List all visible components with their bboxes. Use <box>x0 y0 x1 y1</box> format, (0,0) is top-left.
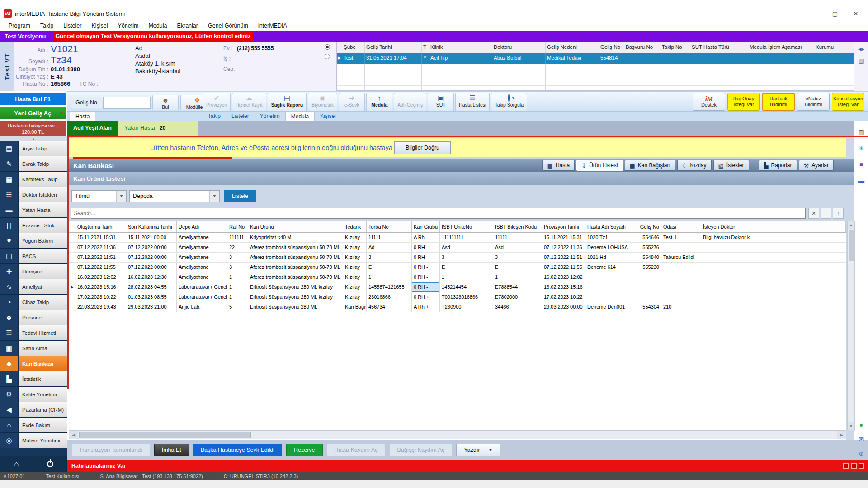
sidebar-item-evde-bakım[interactable]: ⌂Evde Bakım <box>0 418 67 433</box>
grid-col-header[interactable]: ISBT Bileşen Kodu <box>493 221 542 232</box>
yazdır-button[interactable]: Yazdır▼ <box>456 444 500 456</box>
hscroll-thumb[interactable] <box>79 432 251 438</box>
sidebar-item-yatan-hasta[interactable]: ▬Yatan Hasta <box>0 202 67 218</box>
intermedia-support-button[interactable]: iMDestek <box>693 93 725 111</box>
sağlık-raporu-button[interactable]: ▤Sağlık Raporu <box>268 93 307 112</box>
sidebar-item-personel[interactable]: ☻Personel <box>0 310 67 325</box>
horizontal-scrollbar[interactable]: ◀ ▶ <box>69 430 846 439</box>
sidebar-item-kan-bankası[interactable]: ◆Kan Bankası <box>0 356 67 371</box>
başka-hastaneye-sevk-edildi-button[interactable]: Başka Hastaneye Sevk Edildi <box>193 444 282 456</box>
sidebar-item-arşiv-takip[interactable]: ▤Arşiv Takip <box>0 141 67 156</box>
sidebar-item-maliyet-yönetimi[interactable]: ◎Maliyet Yönetimi <box>0 433 67 448</box>
tab-takip[interactable]: Takip <box>203 112 226 122</box>
sut-button[interactable]: ▣SUT <box>428 93 454 112</box>
bed-strip-icon[interactable]: ▬ <box>856 175 867 186</box>
search-up-icon[interactable]: ↑ <box>833 208 844 219</box>
visit-row-selected[interactable]: ▶Test31.05.2021 17:04YAcil TıpAbuz Bülbü… <box>337 53 854 64</box>
tab-listeler[interactable]: Listeler <box>226 112 255 122</box>
menu-medula[interactable]: Medula <box>143 22 172 30</box>
grid-col-header[interactable]: Odası <box>661 221 701 232</box>
tab-hasta[interactable]: Hasta <box>70 112 95 122</box>
i̇stekler-button[interactable]: ▧İstekler <box>713 160 749 171</box>
grid-col-header[interactable]: ISBT ÜniteNo <box>440 221 493 232</box>
e-sevk-button[interactable]: ➔e-Sevk <box>339 93 365 112</box>
grid-col-header[interactable]: Oluşturma Tarihi <box>75 221 126 232</box>
mail-icon[interactable]: ✉ <box>856 434 867 445</box>
globe-icon[interactable]: ⊕ <box>856 448 867 459</box>
scroll-right-icon[interactable]: ▶ <box>837 431 846 439</box>
drug-approval-button[interactable]: İlaç Onayİsteği Var <box>727 93 760 111</box>
grid-col-header[interactable]: Son Kullanma Tarihi <box>126 221 177 232</box>
reminder-bar[interactable]: Hatırlatmalarınız Var <box>67 460 868 472</box>
medula-button[interactable]: ↑Medula <box>366 93 392 112</box>
power-button[interactable] <box>33 456 67 472</box>
grid-col-header[interactable]: Geliş No <box>636 221 661 232</box>
menu-listeler[interactable]: Listeler <box>58 22 86 30</box>
sidebar-item-pacs[interactable]: ▢PACS <box>0 249 67 264</box>
sidebar-item-eczane-stok[interactable]: |||Eczane - Stok <box>0 218 67 233</box>
grid-row[interactable]: ▶16.02.2023 15:1628.02.2023 04:55Laborar… <box>69 282 846 292</box>
kızılay-button[interactable]: ☾Kızılay <box>677 160 712 171</box>
disease-report-button[interactable]: HastalıkBildirimi <box>762 93 795 111</box>
sidebar-item-evrak-takip[interactable]: ✎Evrak Takip <box>0 156 67 172</box>
grid-col-header[interactable]: İsteyen Doktor <box>701 221 755 232</box>
tab-acil-yesil-alan[interactable]: Acil Yeşil Alan <box>67 121 118 136</box>
sparkle-icon[interactable]: ✳ <box>856 143 867 154</box>
grid-row[interactable]: 16.02.2023 12:0216.02.2023 12:30Ameliyat… <box>69 272 846 282</box>
sidebar-item-kalite-yönetimi[interactable]: ⚙Kalite Yönetimi <box>0 387 67 402</box>
grid-row[interactable]: 15.11.2021 15:3115.11.2021 00:00Ameliyat… <box>69 233 846 243</box>
ürün-listesi-button[interactable]: ↧Ürün Listesi <box>576 160 623 171</box>
grid-col-header[interactable]: Torba No <box>367 221 412 232</box>
minimize-button[interactable]: – <box>804 6 825 21</box>
scroll-up-icon[interactable]: ▲ <box>848 221 854 229</box>
listele-button[interactable]: Listele <box>224 190 256 202</box>
provizyon-button[interactable]: ✔Provizyon <box>203 93 231 112</box>
hasta-listesi-button[interactable]: ☰Hasta Listesi <box>455 93 490 112</box>
sidebar-item-doktor-i-stekleri[interactable]: ☷Doktor İstekleri <box>0 187 67 202</box>
sidebar-item-cihaz-takip[interactable]: ◔Cihaz Takip <box>0 295 67 310</box>
list-strip-icon[interactable]: ≡ <box>856 159 867 170</box>
menu-program[interactable]: Program <box>4 22 35 30</box>
home-button[interactable]: ⌂ <box>0 456 33 472</box>
ayarlar-button[interactable]: ⚒Ayarlar <box>799 160 834 171</box>
sidebar-item-yoğun-bakım[interactable]: ♥Yoğun Bakım <box>0 233 67 249</box>
sidebar-item-kartoteks-takip[interactable]: ▦Kartoteks Takip <box>0 172 67 187</box>
new-visit-button[interactable]: Yeni Geliş Aç▼ <box>0 107 66 119</box>
grid-col-header[interactable]: Kan Grubu <box>412 221 440 232</box>
grid-row[interactable]: 07.12.2022 11:5507.12.2022 00:00Ameliyat… <box>69 263 846 272</box>
grid-row[interactable]: 22.03.2023 19:4329.03.2023 21:00Anjio La… <box>69 302 846 312</box>
menu-takip[interactable]: Takip <box>35 22 58 30</box>
menu-intermedia[interactable]: interMEDIA <box>253 22 292 30</box>
kan-bağışları-button[interactable]: ▦Kan Bağışları <box>625 160 675 171</box>
online-status-icon[interactable]: ● <box>856 419 867 430</box>
bul-button[interactable]: ☻ Bul <box>152 95 179 110</box>
grid-row[interactable]: 07.12.2022 11:3607.12.2022 00:00Ameliyat… <box>69 243 846 253</box>
tab-yönetim[interactable]: Yönetim <box>255 112 285 122</box>
search-input[interactable] <box>71 208 806 219</box>
maximize-button[interactable]: ▢ <box>825 6 845 21</box>
raporlar-button[interactable]: ▙Raporlar <box>759 160 797 171</box>
menu-yönetim[interactable]: Yönetim <box>113 22 144 30</box>
sidebar-scroll-up-icon[interactable]: ▲ <box>0 136 67 141</box>
hasta-button[interactable]: ▤Hasta <box>542 160 575 171</box>
menu-ekranlar[interactable]: Ekranlar <box>172 22 203 30</box>
bilgiler-dogru-button[interactable]: Bilgiler Doğru <box>394 141 451 154</box>
sidebar-item-pazarlama-crm-[interactable]: ◀Pazarlama (CRM) <box>0 402 67 418</box>
hizmet-kayıt-button[interactable]: ☁Hizmet Kayıt <box>232 93 266 112</box>
tab-medula[interactable]: Medula <box>285 112 315 122</box>
visit-radio-unselected[interactable] <box>325 54 330 59</box>
sidebar-item-ameliyat[interactable]: ∿Ameliyat <box>0 279 67 295</box>
find-patient-button[interactable]: Hasta Bul F1 <box>0 93 66 105</box>
menu-genel-görünüm[interactable]: Genel Görünüm <box>203 22 253 30</box>
filter-select-type[interactable]: Tümü▼ <box>71 190 127 202</box>
grid-col-header[interactable]: Raf No <box>227 221 248 232</box>
clear-search-icon[interactable]: ✕ <box>808 208 819 219</box>
rezerve-button[interactable]: Rezerve <box>286 444 323 456</box>
close-button[interactable]: ✕ <box>845 6 866 21</box>
vscroll-thumb[interactable] <box>849 230 854 261</box>
grid-col-header[interactable]: Tedarik <box>343 221 367 232</box>
scroll-down-icon[interactable]: ▼ <box>848 422 854 430</box>
calc-grid-icon[interactable]: ▦ <box>856 127 867 137</box>
sidebar-item-i-statistik[interactable]: ▙İstatistik <box>0 371 67 387</box>
print-dropdown-icon[interactable]: ▼ <box>485 448 493 452</box>
